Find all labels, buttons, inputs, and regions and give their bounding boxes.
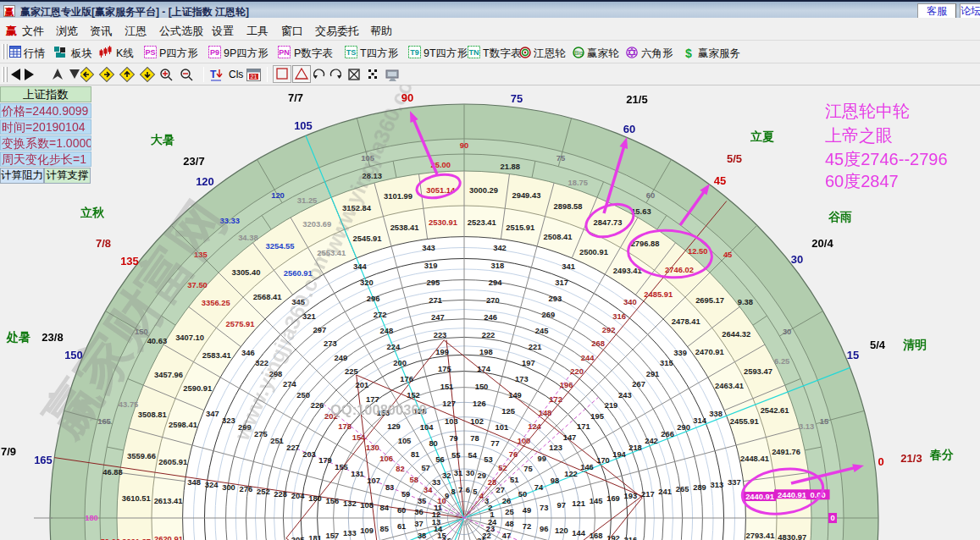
svg-text:21.88: 21.88	[501, 162, 520, 171]
svg-text:244: 244	[581, 353, 595, 362]
svg-text:73: 73	[540, 503, 548, 512]
svg-text:3559.66: 3559.66	[127, 451, 156, 460]
svg-text:270: 270	[486, 295, 500, 305]
svg-text:289: 289	[693, 482, 706, 492]
svg-text:2542.61: 2542.61	[761, 405, 789, 415]
svg-text:2515.91: 2515.91	[506, 223, 534, 232]
svg-text:107: 107	[367, 476, 380, 485]
svg-text:106: 106	[379, 454, 393, 463]
svg-text:271: 271	[429, 295, 442, 305]
svg-text:180: 180	[85, 513, 98, 522]
svg-text:57: 57	[421, 463, 429, 472]
svg-text:61: 61	[397, 521, 406, 531]
svg-text:315: 315	[660, 358, 673, 367]
svg-text:154: 154	[352, 433, 366, 442]
svg-text:36: 36	[414, 507, 423, 516]
svg-text:221: 221	[529, 342, 542, 351]
svg-text:38: 38	[418, 531, 426, 540]
svg-text:292: 292	[602, 325, 616, 334]
svg-text:6: 6	[466, 485, 470, 494]
svg-text:193: 193	[624, 491, 638, 500]
svg-text:199: 199	[435, 347, 449, 356]
svg-text:15: 15	[847, 349, 859, 361]
svg-text:3.13: 3.13	[799, 422, 814, 431]
svg-text:135: 135	[120, 255, 139, 267]
svg-text:74: 74	[534, 482, 544, 492]
svg-text:219: 219	[605, 400, 618, 410]
svg-text:168: 168	[590, 531, 603, 540]
svg-text:2500.91: 2500.91	[579, 247, 608, 256]
svg-text:347: 347	[206, 409, 219, 418]
svg-text:83: 83	[385, 482, 394, 492]
svg-text:7/7: 7/7	[288, 91, 303, 104]
svg-text:33: 33	[432, 477, 440, 487]
svg-text:52: 52	[498, 463, 507, 472]
svg-text:151: 151	[440, 382, 454, 391]
svg-text:197: 197	[522, 358, 535, 367]
svg-text:178: 178	[338, 422, 352, 431]
svg-text:150: 150	[475, 382, 489, 391]
svg-text:2620.91: 2620.91	[154, 534, 183, 540]
svg-text:26: 26	[502, 496, 511, 505]
svg-text:49: 49	[523, 505, 531, 515]
svg-text:317: 317	[555, 278, 568, 287]
svg-text:227: 227	[286, 443, 300, 452]
svg-text:37: 37	[414, 519, 423, 528]
svg-text:132: 132	[343, 499, 357, 508]
svg-text:340: 340	[623, 297, 637, 306]
svg-text:99: 99	[538, 454, 546, 463]
svg-text:50: 50	[518, 489, 527, 499]
svg-text:337: 337	[728, 477, 741, 487]
svg-text:216: 216	[624, 535, 638, 540]
svg-text:P9: P9	[210, 48, 219, 57]
svg-text:3254.55: 3254.55	[266, 241, 295, 251]
svg-text:2793.41: 2793.41	[745, 531, 774, 540]
svg-text:6.25: 6.25	[774, 356, 789, 366]
svg-text:5: 5	[473, 487, 477, 496]
svg-text:150: 150	[64, 349, 83, 361]
svg-text:104: 104	[420, 422, 434, 432]
svg-text:341: 341	[562, 262, 575, 271]
svg-text:294: 294	[489, 278, 502, 287]
svg-text:133: 133	[343, 528, 357, 537]
svg-text:126: 126	[473, 399, 486, 408]
svg-text:56: 56	[435, 455, 444, 464]
svg-text:179: 179	[318, 455, 332, 465]
svg-text:3305.40: 3305.40	[231, 267, 260, 277]
svg-text:23/7: 23/7	[183, 155, 204, 168]
svg-text:314: 314	[693, 416, 706, 425]
svg-text:55: 55	[451, 450, 460, 460]
svg-text:194: 194	[612, 449, 626, 459]
svg-text:101: 101	[495, 422, 508, 432]
svg-text:252: 252	[257, 487, 270, 496]
svg-text:25: 25	[505, 507, 513, 516]
svg-text:267: 267	[632, 379, 645, 388]
svg-text:251: 251	[270, 436, 284, 445]
svg-text:318: 318	[490, 261, 504, 270]
svg-text:PS: PS	[145, 48, 155, 57]
svg-text:75: 75	[523, 464, 532, 473]
svg-text:59: 59	[401, 489, 410, 499]
svg-text:60: 60	[397, 505, 406, 515]
svg-text:121: 121	[572, 499, 585, 508]
svg-text:20/4: 20/4	[811, 237, 833, 250]
svg-text:12.50: 12.50	[688, 246, 707, 256]
svg-text:45度2746--2796: 45度2746--2796	[825, 150, 948, 168]
svg-text:2508.41: 2508.41	[544, 232, 573, 241]
svg-text:TN: TN	[469, 48, 479, 57]
svg-text:90: 90	[401, 91, 413, 104]
svg-text:109: 109	[360, 526, 374, 535]
svg-text:171: 171	[577, 422, 590, 431]
svg-text:35: 35	[418, 496, 426, 505]
svg-text:274: 274	[283, 379, 296, 388]
svg-text:195: 195	[590, 411, 604, 421]
svg-text:2455.91: 2455.91	[730, 416, 759, 426]
svg-text:146: 146	[580, 462, 594, 471]
svg-text:276: 276	[240, 484, 253, 493]
svg-text:TS: TS	[346, 48, 357, 57]
svg-text:Big: Big	[574, 50, 583, 57]
svg-text:47: 47	[502, 531, 511, 540]
svg-text:316: 316	[612, 311, 626, 321]
svg-text:2847.73: 2847.73	[594, 218, 623, 227]
svg-text:84: 84	[379, 503, 389, 512]
